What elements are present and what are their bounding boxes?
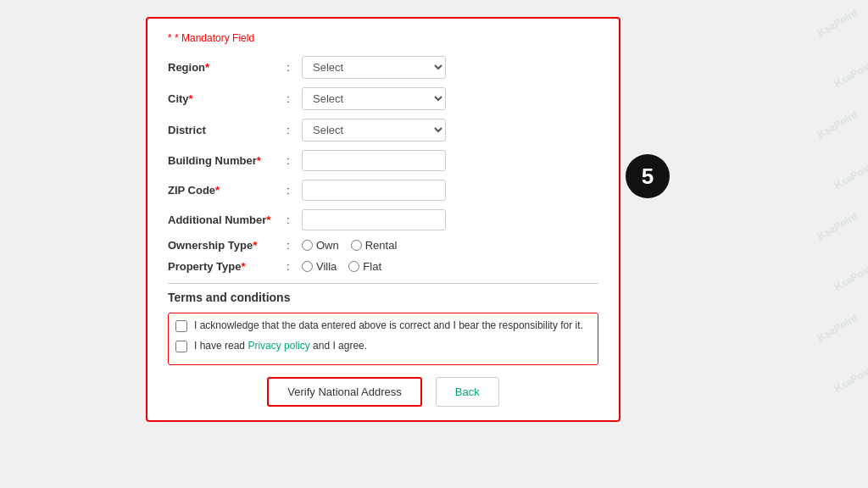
zip-code-input[interactable]	[302, 180, 446, 201]
watermark-7: KsaPoint	[815, 312, 860, 344]
additional-number-colon: :	[287, 214, 302, 226]
city-select[interactable]: Select Riyadh Jeddah Makkah	[302, 87, 446, 110]
checkbox2-row: I have read Privacy policy and I agree.	[175, 339, 591, 353]
checkboxes-container: I acknowledge that the data entered abov…	[168, 313, 598, 365]
sidebar-area: KsaPoint KsaPoint KsaPoint KsaPoint KsaP…	[766, 0, 868, 488]
watermark-1: KsaPoint	[815, 7, 860, 39]
form-card: * * Mandatory Field Region* : Select Riy…	[146, 17, 620, 422]
region-row: Region* : Select Riyadh Makkah Madinah	[168, 56, 598, 79]
district-select[interactable]: Select	[302, 119, 446, 141]
ownership-type-colon: :	[287, 239, 302, 252]
zip-code-row: ZIP Code* :	[168, 180, 598, 201]
ownership-type-row: Ownership Type* : Own Rental	[168, 239, 598, 252]
watermark-3: KsaPoint	[815, 108, 860, 141]
city-control: Select Riyadh Jeddah Makkah	[302, 87, 471, 110]
city-label: City*	[168, 92, 287, 105]
building-number-input[interactable]	[302, 150, 446, 171]
property-type-control: Villa Flat	[302, 260, 471, 273]
property-flat-label[interactable]: Flat	[348, 260, 381, 273]
privacy-policy-checkbox[interactable]	[175, 341, 187, 352]
district-row: District : Select	[168, 119, 598, 141]
district-colon: :	[287, 124, 302, 136]
ownership-own-label[interactable]: Own	[302, 239, 339, 252]
region-colon: :	[287, 61, 302, 74]
watermark-5: KsaPoint	[815, 210, 860, 242]
region-control: Select Riyadh Makkah Madinah	[302, 56, 471, 79]
zip-code-colon: :	[287, 184, 302, 197]
button-row: Verify National Address Back	[168, 377, 598, 407]
district-label: District	[168, 124, 287, 136]
ownership-type-label: Ownership Type*	[168, 239, 287, 252]
additional-number-label: Additional Number*	[168, 214, 287, 226]
building-number-colon: :	[287, 154, 302, 167]
ownership-own-radio[interactable]	[302, 240, 313, 251]
building-number-control	[302, 150, 471, 171]
ownership-rental-label[interactable]: Rental	[351, 239, 398, 252]
additional-number-control	[302, 209, 471, 230]
terms-heading: Terms and conditions	[168, 291, 598, 304]
city-row: City* : Select Riyadh Jeddah Makkah	[168, 87, 598, 110]
property-type-colon: :	[287, 260, 302, 273]
ownership-type-control: Own Rental	[302, 239, 471, 252]
watermark-6: KsaPoint	[832, 261, 868, 293]
building-number-row: Building Number* :	[168, 150, 598, 171]
zip-code-label: ZIP Code*	[168, 184, 287, 197]
watermark-8: KsaPoint	[832, 363, 868, 395]
property-type-row: Property Type* : Villa Flat	[168, 260, 598, 273]
building-number-label: Building Number*	[168, 154, 287, 167]
region-label: Region*	[168, 61, 287, 74]
verify-national-address-button[interactable]: Verify National Address	[267, 377, 421, 407]
watermark-4: KsaPoint	[832, 159, 868, 191]
property-type-label: Property Type*	[168, 260, 287, 273]
section-divider	[168, 283, 598, 284]
watermark-2: KsaPoint	[832, 58, 868, 90]
property-villa-label[interactable]: Villa	[302, 260, 337, 273]
acknowledge-text: I acknowledge that the data entered abov…	[194, 319, 583, 333]
ownership-rental-radio[interactable]	[351, 240, 362, 251]
acknowledge-checkbox[interactable]	[175, 320, 187, 332]
property-villa-radio[interactable]	[302, 261, 313, 272]
region-select[interactable]: Select Riyadh Makkah Madinah	[302, 56, 446, 79]
zip-code-control	[302, 180, 471, 201]
checkbox1-row: I acknowledge that the data entered abov…	[175, 319, 591, 333]
property-flat-radio[interactable]	[348, 261, 359, 272]
city-colon: :	[287, 92, 302, 105]
back-button[interactable]: Back	[436, 377, 499, 407]
additional-number-input[interactable]	[302, 209, 446, 230]
step-badge: 5	[626, 154, 670, 198]
district-control: Select	[302, 119, 471, 141]
additional-number-row: Additional Number* :	[168, 209, 598, 230]
mandatory-note: * * Mandatory Field	[168, 32, 598, 44]
privacy-policy-text: I have read Privacy policy and I agree.	[194, 339, 367, 353]
privacy-policy-link[interactable]: Privacy policy	[248, 340, 309, 352]
